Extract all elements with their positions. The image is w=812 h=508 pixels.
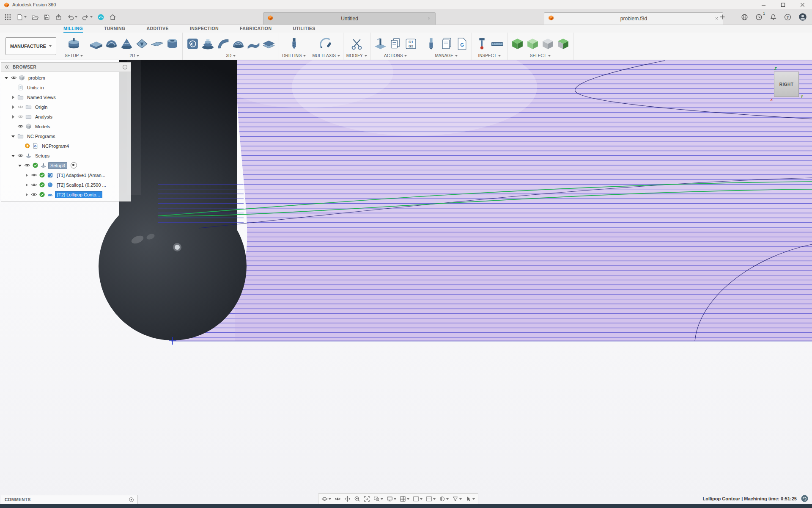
visibility-eye-icon[interactable]: [31, 182, 37, 188]
setup-tool-icon[interactable]: [67, 37, 81, 51]
tree-caret-icon[interactable]: [11, 114, 16, 119]
tree-caret-icon[interactable]: [24, 173, 29, 178]
gdoc-tool-icon[interactable]: G: [455, 37, 469, 51]
browser-item-label[interactable]: Setups: [33, 153, 51, 159]
component-icon[interactable]: [25, 123, 32, 130]
tp-adaptive-icon[interactable]: [47, 172, 53, 178]
measure-tool-icon[interactable]: [490, 37, 504, 51]
ribbon-tab-additive[interactable]: ADDITIVE: [147, 26, 169, 33]
look-at-button[interactable]: [335, 496, 341, 502]
flow-tool-icon[interactable]: [247, 37, 261, 51]
visibility-eye-icon[interactable]: [31, 172, 37, 178]
browser-item-label[interactable]: Units: in: [25, 85, 46, 91]
cube-gray-tool-icon[interactable]: [541, 37, 555, 51]
browser-row[interactable]: NC Programs: [1, 131, 131, 141]
account-avatar-button[interactable]: [798, 13, 807, 21]
pan-button[interactable]: [344, 496, 351, 502]
comments-panel[interactable]: COMMENTS: [1, 495, 138, 505]
generated-check-icon[interactable]: [39, 191, 45, 198]
tp-contour-icon[interactable]: [47, 191, 53, 198]
web-browser-button[interactable]: [741, 14, 748, 21]
visibility-eye-icon[interactable]: [17, 113, 24, 120]
browser-item-label[interactable]: problem: [27, 75, 47, 81]
browser-item-label[interactable]: Origin: [33, 104, 49, 110]
job-status-button[interactable]: 1: [755, 14, 763, 21]
ribbon-group-label[interactable]: MANAGE: [424, 53, 469, 58]
browser-row[interactable]: [T1] Adaptive1 (Aman...: [1, 170, 131, 180]
bore-tool-icon[interactable]: [165, 37, 179, 51]
cube-light-tool-icon[interactable]: [526, 37, 540, 51]
tree-caret-icon[interactable]: [24, 182, 29, 188]
expand-comments-icon[interactable]: [129, 497, 134, 502]
ribbon-group-label[interactable]: ACTIONS: [373, 53, 418, 58]
file-menu-button[interactable]: [15, 13, 27, 22]
browser-row[interactable]: problem: [1, 73, 131, 83]
tree-caret-icon[interactable]: [11, 105, 16, 110]
browser-row[interactable]: [T2] Scallop1 (0.2500 ...: [1, 180, 131, 190]
share-button[interactable]: [54, 13, 63, 22]
browser-row[interactable]: Units: in: [1, 83, 131, 92]
ribbon-tab-milling[interactable]: MILLING: [63, 26, 83, 33]
ribbon-tab-inspection[interactable]: INSPECTION: [190, 26, 219, 33]
browser-item-label[interactable]: Analysis: [33, 114, 54, 120]
generated-check-icon[interactable]: [32, 162, 38, 168]
fit-button[interactable]: [364, 496, 370, 502]
collapse-panel-icon[interactable]: [4, 64, 10, 70]
visibility-eye-icon[interactable]: [11, 75, 17, 81]
selection-tools-button[interactable]: [465, 496, 475, 502]
setups-icon[interactable]: [40, 162, 47, 168]
active-setup-radio[interactable]: [71, 162, 77, 168]
component-icon[interactable]: [19, 75, 25, 81]
contour2d-tool-icon[interactable]: [120, 37, 134, 51]
tree-caret-icon[interactable]: [11, 153, 16, 158]
minimize-button[interactable]: [754, 0, 773, 9]
home-button[interactable]: [108, 13, 117, 22]
scissors-tool-icon[interactable]: [350, 37, 364, 51]
folder-icon[interactable]: [17, 133, 24, 139]
ribbon-group-label[interactable]: SELECT: [510, 53, 570, 58]
browser-row[interactable]: [T2] Lollipop Conto...: [1, 190, 131, 199]
document-tab[interactable]: Untitled: [263, 12, 436, 25]
folder-icon[interactable]: [17, 94, 24, 100]
browser-row[interactable]: Setup3: [1, 160, 131, 170]
grid-settings-button[interactable]: [400, 496, 409, 502]
swarf3d-tool-icon[interactable]: [216, 37, 230, 51]
post-tool-icon[interactable]: [389, 37, 403, 51]
inspect-tool-icon[interactable]: [475, 37, 489, 51]
ribbon-group-label[interactable]: MODIFY: [346, 53, 367, 58]
notifications-button[interactable]: [770, 14, 777, 21]
viewports-button[interactable]: [426, 496, 436, 502]
sheets-tool-icon[interactable]: [439, 37, 453, 51]
visibility-eye-icon[interactable]: [17, 104, 24, 110]
ribbon-group-label[interactable]: DRILLING: [282, 53, 306, 58]
folder-icon[interactable]: [25, 104, 32, 110]
close-button[interactable]: [793, 0, 812, 9]
new-tab-button[interactable]: [719, 14, 726, 22]
minimize-panel-icon[interactable]: [122, 64, 128, 70]
browser-row[interactable]: Origin: [1, 102, 131, 112]
visibility-eye-icon[interactable]: [31, 191, 37, 198]
app-launcher-button[interactable]: [3, 13, 12, 22]
tab-close-icon[interactable]: [427, 15, 431, 22]
maximize-button[interactable]: [773, 0, 793, 9]
engrave-tool-icon[interactable]: [135, 37, 149, 51]
browser-row[interactable]: Named Views: [1, 92, 131, 102]
team-button[interactable]: [96, 13, 105, 22]
browser-item-label[interactable]: Models: [33, 124, 52, 130]
setups-icon[interactable]: [25, 152, 32, 159]
browser-item-label[interactable]: [T2] Lollipop Conto...: [55, 191, 102, 198]
cube-solid-tool-icon[interactable]: [510, 37, 524, 51]
visibility-eye-icon[interactable]: [17, 123, 24, 130]
browser-item-label[interactable]: NCProgram4: [40, 143, 71, 149]
ribbon-tab-utilities[interactable]: UTILITIES: [293, 26, 315, 33]
browser-item-label[interactable]: NC Programs: [25, 133, 57, 139]
pocket3d-tool-icon[interactable]: [201, 37, 215, 51]
ribbon-tab-turning[interactable]: TURNING: [104, 26, 126, 33]
undo-button[interactable]: [66, 13, 78, 22]
folder-icon[interactable]: [25, 113, 32, 120]
visual-style-button[interactable]: [439, 496, 449, 502]
browser-item-label[interactable]: [T1] Adaptive1 (Aman...: [55, 172, 107, 178]
tp-scallop-icon[interactable]: [47, 182, 53, 188]
multiaxis-tool-icon[interactable]: [319, 37, 333, 51]
visibility-eye-icon[interactable]: [17, 152, 24, 159]
